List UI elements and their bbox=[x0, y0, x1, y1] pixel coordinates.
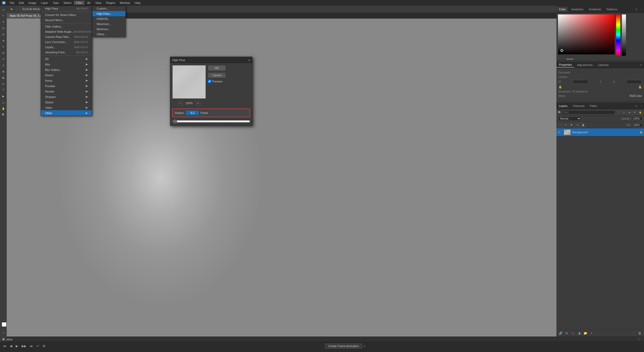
filter-type-btn[interactable]: T bbox=[616, 110, 621, 115]
menu-help[interactable]: Help bbox=[133, 1, 143, 5]
filter-render[interactable]: Render ▶ bbox=[41, 89, 92, 94]
tool-screen-mode[interactable]: ▣ bbox=[1, 336, 6, 342]
other-maximum[interactable]: Maximum... bbox=[92, 21, 125, 27]
hp-radius-input[interactable] bbox=[186, 111, 199, 115]
filter-sharpen[interactable]: Sharpen ▶ bbox=[41, 94, 92, 99]
tool-pen[interactable]: ✒ bbox=[1, 81, 6, 87]
menu-layer[interactable]: Layer bbox=[39, 1, 50, 5]
timeline-panel-options[interactable]: ≡ bbox=[638, 338, 639, 341]
props-panel-options[interactable]: ≡ bbox=[638, 63, 644, 66]
filter-adjust-btn[interactable]: ⊙ bbox=[622, 110, 626, 115]
tab-libraries[interactable]: Libraries bbox=[595, 63, 611, 67]
tab-adjustments[interactable]: Adjustments bbox=[574, 63, 595, 67]
menu-filter[interactable]: Filter bbox=[74, 1, 84, 5]
menu-plugins[interactable]: Plugins bbox=[104, 1, 117, 5]
tab-properties[interactable]: Properties bbox=[556, 62, 574, 68]
tool-eyedropper[interactable]: ⊘ bbox=[1, 31, 6, 37]
filter-neural[interactable]: Neural Filters... bbox=[41, 18, 92, 23]
tool-path-select[interactable]: ▶ bbox=[1, 93, 6, 99]
tl-last-btn[interactable]: ⏭ bbox=[29, 344, 34, 348]
other-hsb-hsl[interactable]: HSB/HSL bbox=[92, 16, 125, 21]
hp-cancel-button[interactable]: Cancel bbox=[208, 72, 226, 78]
tool-brush[interactable]: ✏ bbox=[1, 44, 6, 49]
tl-add-frame-btn[interactable]: ⊞ bbox=[42, 344, 46, 348]
lock-artboard-btn[interactable]: ◻ bbox=[575, 123, 580, 127]
hp-radius-slider[interactable] bbox=[172, 119, 250, 123]
tab-paths[interactable]: Paths bbox=[587, 104, 600, 108]
filter-3d[interactable]: 3D ▶ bbox=[41, 56, 92, 62]
menu-type[interactable]: Type bbox=[51, 1, 61, 5]
tab-patterns[interactable]: Patterns bbox=[604, 7, 620, 12]
add-style-btn[interactable]: fx bbox=[564, 331, 569, 336]
panel-collapse-icon[interactable]: − bbox=[639, 8, 644, 11]
tool-heal[interactable]: ⊕ bbox=[1, 38, 6, 43]
menu-view[interactable]: View bbox=[93, 1, 104, 5]
new-adjustment-btn[interactable]: ◑ bbox=[577, 331, 582, 336]
panel-options-icon[interactable]: ≡ bbox=[633, 8, 639, 11]
blend-mode-select[interactable]: Normal bbox=[558, 116, 581, 121]
filter-convert-smart[interactable]: Convert for Smart Filters bbox=[41, 12, 92, 18]
filter-recent-highpass[interactable]: High Pass Alt+Ctrl+F bbox=[41, 6, 92, 11]
other-highpass[interactable]: High Pass... bbox=[92, 11, 125, 16]
lock-position-btn[interactable]: ✥ bbox=[569, 123, 574, 127]
filter-video[interactable]: Video ▶ bbox=[41, 105, 92, 110]
menu-select[interactable]: Select bbox=[62, 1, 74, 5]
tool-eraser[interactable]: ◻ bbox=[1, 62, 6, 68]
other-minimum[interactable]: Minimum... bbox=[92, 27, 125, 32]
color-gradient-square[interactable] bbox=[558, 14, 615, 54]
filter-stylize[interactable]: Stylize ▶ bbox=[41, 99, 92, 105]
new-group-btn[interactable]: 📁 bbox=[583, 331, 588, 336]
tool-quick-select[interactable]: ✦ bbox=[1, 19, 6, 25]
tl-loop-btn[interactable]: ↩ bbox=[36, 344, 40, 348]
background-color[interactable] bbox=[566, 59, 573, 59]
filter-smart-btn[interactable]: ◈ bbox=[627, 110, 632, 115]
filter-blur[interactable]: Blur ▶ bbox=[41, 62, 92, 67]
tool-crop[interactable]: ⊡ bbox=[1, 25, 6, 31]
layer-row-background[interactable]: 👁 Background 🔒 bbox=[556, 128, 644, 136]
filter-blur-gallery[interactable]: Blur Gallery ▶ bbox=[41, 67, 92, 72]
tool-shape[interactable]: ◻ bbox=[1, 99, 6, 105]
menu-image[interactable]: Image bbox=[27, 1, 39, 5]
tool-lasso[interactable]: ⌖ bbox=[1, 13, 6, 19]
tab-layers[interactable]: Layers bbox=[556, 104, 570, 108]
menu-file[interactable]: File bbox=[8, 1, 16, 5]
filter-noise[interactable]: Noise ▶ bbox=[41, 78, 92, 83]
tool-hand[interactable]: ✋ bbox=[1, 106, 6, 111]
tab-color[interactable]: Color bbox=[556, 7, 569, 12]
canvas-h-input[interactable] bbox=[626, 80, 642, 84]
tool-quickmask[interactable]: ⬭ bbox=[1, 330, 6, 336]
bg-color-swatch[interactable] bbox=[2, 322, 6, 327]
canvas-w-input[interactable] bbox=[573, 80, 588, 84]
filter-pixelate[interactable]: Pixelate ▶ bbox=[41, 83, 92, 89]
filter-camera-raw[interactable]: Camera Raw Filter... Shift+Ctrl+A bbox=[41, 34, 92, 39]
filter-locked-btn[interactable]: 🔒 bbox=[638, 110, 642, 115]
layers-search-input[interactable] bbox=[562, 110, 615, 115]
tab-swatches[interactable]: Swatches bbox=[569, 7, 586, 12]
filter-other[interactable]: Other ▶ bbox=[41, 110, 92, 116]
filter-gallery[interactable]: Filter Gallery... bbox=[41, 24, 92, 29]
tool-move[interactable]: ✥ bbox=[9, 6, 14, 12]
tool-type[interactable]: T bbox=[1, 87, 6, 93]
timeline-collapse[interactable]: − bbox=[640, 338, 642, 341]
layers-panel-collapse[interactable]: − bbox=[639, 104, 644, 107]
tool-history-brush[interactable]: ↺ bbox=[1, 56, 6, 62]
tl-first-btn[interactable]: ⏮ bbox=[2, 344, 7, 348]
hp-zoom-out-btn[interactable]: − bbox=[178, 101, 183, 105]
hp-preview-checkbox[interactable] bbox=[208, 80, 211, 83]
tab-gradients[interactable]: Gradients bbox=[586, 7, 604, 12]
tool-select-rect[interactable]: ▭ bbox=[1, 7, 6, 12]
menu-edit[interactable]: Edit bbox=[17, 1, 26, 5]
filter-visible-btn[interactable]: 👁 bbox=[632, 110, 637, 115]
fill-input[interactable] bbox=[632, 123, 642, 127]
tab-channels[interactable]: Channels bbox=[570, 104, 587, 108]
filter-liquify[interactable]: Liquify... Shift+Ctrl+X bbox=[41, 45, 92, 50]
new-layer-btn[interactable]: + bbox=[589, 331, 594, 336]
tl-prev-btn[interactable]: ◀ bbox=[9, 344, 13, 348]
layers-panel-options[interactable]: ≡ bbox=[633, 104, 639, 107]
hp-preview-thumbnail[interactable] bbox=[172, 65, 206, 99]
other-custom[interactable]: Custom... bbox=[92, 6, 125, 11]
opacity-input[interactable] bbox=[632, 117, 642, 121]
add-mask-btn[interactable]: ⬭ bbox=[570, 331, 575, 336]
lock-image-btn[interactable]: ✏ bbox=[564, 123, 568, 127]
tool-gradient[interactable]: ◈ bbox=[1, 69, 6, 74]
